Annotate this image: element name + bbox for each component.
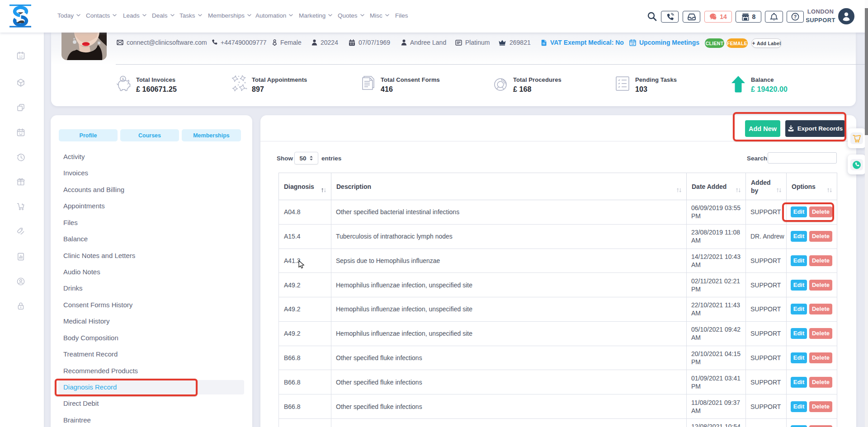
svg-text:?: ? xyxy=(794,14,797,19)
svg-text:12: 12 xyxy=(19,55,23,59)
svg-text:12: 12 xyxy=(631,42,635,45)
